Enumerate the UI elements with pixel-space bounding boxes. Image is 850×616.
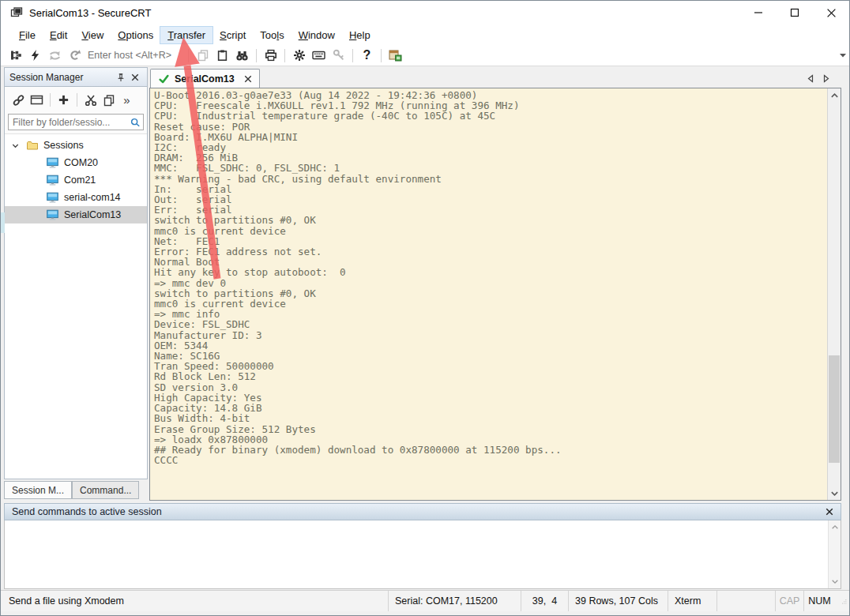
terminal-line: Out: serial — [154, 194, 827, 205]
help-icon: ? — [363, 48, 371, 62]
terminal-scrollbar[interactable] — [827, 88, 841, 500]
terminal-line: CCCC — [154, 455, 827, 465]
quick-connect-button[interactable] — [25, 47, 45, 64]
menu-help[interactable]: Help — [342, 27, 378, 43]
maximize-button[interactable] — [777, 1, 813, 24]
monitor-icon — [46, 208, 59, 221]
connect-in-tab-icon — [69, 49, 81, 62]
terminal-line: I2C: ready — [154, 142, 827, 152]
menu-window[interactable]: Window — [291, 27, 342, 43]
menu-transfer[interactable]: Transfer — [160, 27, 212, 43]
status-empty-cell — [716, 591, 775, 611]
session-tab[interactable]: SerialCom13 — [150, 69, 260, 88]
terminal-line: OEM: 5344 — [154, 340, 827, 351]
session-manager-toggle-button[interactable] — [386, 47, 405, 64]
command-scrollbar[interactable] — [828, 520, 841, 588]
menu-script[interactable]: Script — [212, 27, 253, 43]
chevron-double-icon: » — [123, 93, 130, 107]
toolbar-separator — [381, 49, 382, 62]
toolbar-separator — [284, 49, 285, 62]
session-item-com21[interactable]: Com21 — [5, 171, 147, 189]
filter-input[interactable] — [11, 116, 130, 129]
menu-view[interactable]: View — [74, 27, 111, 43]
scrollbar-thumb[interactable] — [829, 355, 840, 463]
commands-bar-close-icon[interactable] — [826, 508, 833, 516]
options-button[interactable] — [289, 47, 309, 64]
edge-accent — [1, 212, 5, 233]
toolbar-separator — [50, 93, 51, 107]
status-num-indicator: NUM — [803, 591, 835, 611]
toolbar-separator — [188, 49, 189, 62]
menu-options[interactable]: Options — [111, 27, 160, 43]
menu-edit[interactable]: Edit — [43, 27, 74, 43]
menu-tools[interactable]: Tools — [253, 27, 291, 43]
scroll-down-icon[interactable] — [828, 486, 841, 500]
titlebar: SerialCom13 - SecureCRT — [1, 1, 849, 24]
minimize-icon — [754, 8, 763, 17]
terminal-line: Board: I.MX6U ALPHA|MINI — [154, 132, 827, 142]
tab-scroll-left-icon[interactable] — [807, 74, 814, 83]
tab-scroll-right-icon[interactable] — [822, 74, 830, 83]
link-button[interactable] — [9, 91, 28, 110]
tab-session-manager[interactable]: Session M... — [4, 481, 72, 499]
link-icon — [12, 94, 25, 107]
command-scroll-down-icon[interactable] — [829, 575, 841, 588]
sessions-folder[interactable]: Sessions — [5, 137, 147, 154]
toolbar-right-group: ? — [184, 47, 405, 64]
toolbar-overflow-icon[interactable] — [840, 53, 846, 58]
terminal-line: switch to partitions #0, OK — [154, 215, 827, 225]
connect-icon — [9, 49, 22, 62]
monitor-icon — [46, 191, 59, 204]
tabstrip: SerialCom13 — [149, 67, 841, 88]
tab-close-icon[interactable] — [244, 75, 252, 83]
host-input[interactable] — [85, 50, 184, 61]
terminal-line: mmc0 is current device — [154, 299, 827, 309]
sidebar-bottom-tabs: Session M... Command... — [4, 479, 148, 501]
status-serial: Serial: COM17, 115200 — [388, 591, 521, 611]
find-button[interactable] — [232, 47, 252, 64]
scroll-up-icon[interactable] — [828, 88, 841, 102]
keymap-button[interactable] — [309, 47, 329, 64]
sessions-folder-label: Sessions — [43, 140, 84, 151]
plus-button[interactable] — [55, 91, 73, 110]
session-item-label: COM20 — [64, 157, 98, 168]
chevron-double-button[interactable]: » — [118, 91, 136, 110]
copy-pages-button[interactable] — [100, 91, 118, 110]
scissors-button[interactable] — [81, 91, 100, 110]
reconnect-icon — [48, 50, 62, 62]
menu-file[interactable]: File — [12, 27, 43, 43]
command-scroll-up-icon[interactable] — [829, 520, 841, 534]
filter-box — [8, 114, 144, 130]
toolbar-left-group — [6, 47, 85, 64]
tab-command-window[interactable]: Command... — [72, 481, 139, 499]
pin-icon[interactable] — [114, 70, 128, 85]
command-input[interactable] — [4, 520, 841, 589]
terminal: U-Boot 2016.03-g0ae7e33 (Aug 14 2022 - 1… — [149, 88, 841, 501]
session-item-com20[interactable]: COM20 — [5, 154, 147, 171]
search-icon — [130, 117, 141, 128]
status-hint: Send a file using Xmodem — [1, 595, 388, 607]
status-terminal-size: 39 Rows, 107 Cols — [568, 591, 668, 611]
window-button[interactable] — [28, 91, 46, 110]
paste-button[interactable] — [212, 47, 232, 64]
session-item-label: Com21 — [64, 175, 96, 186]
print-icon — [265, 49, 277, 62]
keymap-icon — [312, 50, 325, 61]
print-button[interactable] — [261, 47, 280, 64]
terminal-line: Rd Block Len: 512 — [154, 371, 827, 381]
terminal-line: ## Ready for binary (xmodem) download to… — [154, 445, 827, 455]
find-icon — [235, 50, 249, 62]
terminal-screen[interactable]: U-Boot 2016.03-g0ae7e33 (Aug 14 2022 - 1… — [150, 88, 827, 500]
resize-grip[interactable] — [835, 591, 849, 611]
status-caps-indicator: CAP — [775, 591, 803, 611]
panel-close-icon[interactable] — [128, 70, 142, 85]
terminal-line: Manufacturer ID: 3 — [154, 330, 827, 340]
minimize-button[interactable] — [740, 1, 777, 24]
help-button[interactable]: ? — [357, 47, 377, 64]
window-title: SerialCom13 - SecureCRT — [29, 7, 151, 19]
terminal-line: SD version 3.0 — [154, 382, 827, 393]
session-item-serialcom13[interactable]: SerialCom13 — [5, 206, 147, 223]
close-button[interactable] — [813, 1, 849, 24]
connect-button[interactable] — [6, 47, 25, 64]
session-item-serial-com14[interactable]: serial-com14 — [5, 189, 147, 206]
